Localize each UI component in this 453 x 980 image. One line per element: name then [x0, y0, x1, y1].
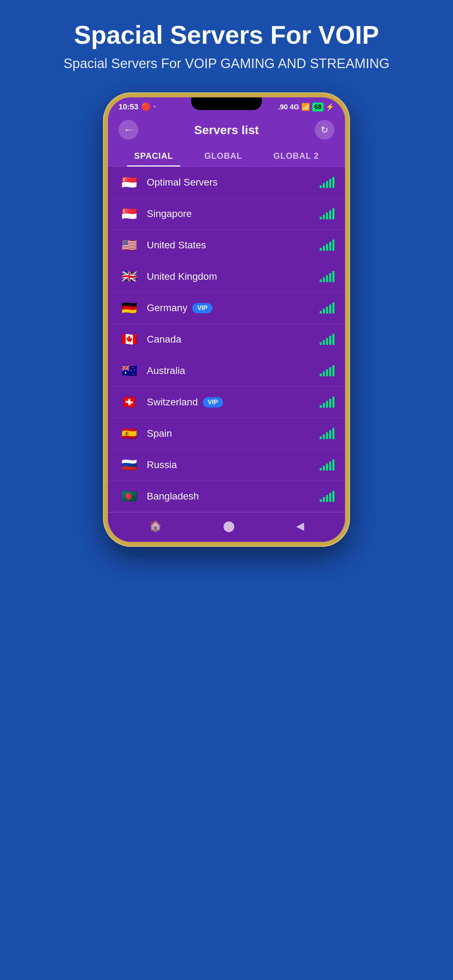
bottom-nav-center[interactable]: ⬤	[223, 520, 235, 532]
list-item[interactable]: 🇨🇦 Canada	[108, 324, 345, 355]
tab-spacial[interactable]: SPACIAL	[127, 145, 180, 167]
app-header: ← Servers list ↻	[108, 114, 345, 145]
signal-icon: 📶	[301, 103, 310, 111]
phone-screen: 10:53 🔴 · .90 4G 📶 68 ⚡ ←	[108, 97, 345, 542]
flag-icon: 🇸🇬	[119, 207, 140, 221]
server-name: Singapore	[147, 208, 313, 220]
server-list: 🇸🇬 Optimal Servers 🇸🇬	[108, 167, 345, 512]
page-header: Spacial Servers For VOIP Spacial Servers…	[0, 0, 453, 82]
tabs-container: SPACIAL GLOBAL GLOBAL 2	[108, 145, 345, 167]
status-bar-left: 10:53 🔴 ·	[119, 102, 156, 111]
page-subtitle: Spacial Servers For VOIP GAMING AND STRE…	[14, 56, 439, 71]
status-emoji: 🔴	[141, 102, 151, 111]
app-title: Servers list	[194, 123, 259, 137]
page-title: Spacial Servers For VOIP	[14, 21, 439, 49]
server-name: Switzerland VIP	[147, 396, 313, 408]
flag-icon: 🇦🇺	[119, 364, 140, 378]
signal-bars	[319, 491, 334, 502]
signal-bars	[319, 396, 334, 408]
server-name: Bangladesh	[147, 491, 313, 502]
server-name: United States	[147, 240, 313, 251]
flag-icon: 🇺🇸	[119, 238, 140, 252]
home-icon: 🏠	[149, 520, 162, 532]
notch	[191, 97, 262, 110]
server-name: Spain	[147, 428, 313, 439]
charging-icon: ⚡	[326, 103, 334, 111]
flag-icon: 🇷🇺	[119, 458, 140, 472]
vip-badge: VIP	[203, 397, 223, 407]
list-item[interactable]: 🇪🇸 Spain	[108, 418, 345, 449]
signal-bars	[319, 428, 334, 439]
flag-icon: 🇨🇭	[119, 395, 140, 409]
vip-badge: VIP	[192, 303, 212, 313]
signal-bars	[319, 302, 334, 313]
list-item[interactable]: 🇧🇩 Bangladesh	[108, 481, 345, 512]
back-icon: ←	[124, 124, 134, 135]
signal-bars	[319, 334, 334, 345]
signal-bars	[319, 271, 334, 282]
server-name: Canada	[147, 334, 313, 345]
signal-bars	[319, 177, 334, 188]
list-item[interactable]: 🇸🇬 Singapore	[108, 198, 345, 230]
bottom-nav-home[interactable]: 🏠	[149, 520, 162, 532]
network-info: .90 4G	[278, 103, 299, 111]
list-item[interactable]: 🇷🇺 Russia	[108, 449, 345, 481]
flag-icon: 🇪🇸	[119, 426, 140, 441]
phone-wrapper: 10:53 🔴 · .90 4G 📶 68 ⚡ ←	[103, 92, 350, 547]
flag-icon: 🇧🇩	[119, 489, 140, 503]
flag-icon: 🇸🇬	[119, 175, 140, 189]
tab-global[interactable]: GLOBAL	[197, 145, 249, 167]
status-dot: ·	[153, 102, 156, 111]
list-item[interactable]: 🇩🇪 Germany VIP	[108, 293, 345, 324]
bottom-nav-back[interactable]: ◀	[296, 520, 304, 532]
refresh-button[interactable]: ↻	[315, 120, 334, 140]
list-item[interactable]: 🇦🇺 Australia	[108, 355, 345, 387]
flag-icon: 🇩🇪	[119, 301, 140, 315]
server-name: United Kingdom	[147, 271, 313, 282]
list-item[interactable]: 🇨🇭 Switzerland VIP	[108, 387, 345, 418]
signal-bars	[319, 240, 334, 251]
nav-back-icon: ◀	[296, 520, 304, 532]
signal-bars	[319, 208, 334, 220]
list-item[interactable]: 🇬🇧 United Kingdom	[108, 261, 345, 293]
server-name: Russia	[147, 459, 313, 471]
server-name: Australia	[147, 365, 313, 376]
refresh-icon: ↻	[321, 124, 329, 135]
center-icon: ⬤	[223, 520, 235, 532]
list-item[interactable]: 🇺🇸 United States	[108, 230, 345, 261]
server-name: Optimal Servers	[147, 177, 313, 188]
back-button[interactable]: ←	[119, 120, 138, 140]
tab-global2[interactable]: GLOBAL 2	[266, 145, 326, 167]
status-bar-right: .90 4G 📶 68 ⚡	[278, 103, 334, 111]
server-name: Germany VIP	[147, 302, 313, 313]
flag-icon: 🇬🇧	[119, 269, 140, 284]
list-item[interactable]: 🇸🇬 Optimal Servers	[108, 167, 345, 198]
signal-bars	[319, 365, 334, 376]
signal-bars	[319, 459, 334, 471]
status-time: 10:53	[119, 102, 138, 111]
bottom-nav: 🏠 ⬤ ◀	[108, 512, 345, 542]
flag-icon: 🇨🇦	[119, 332, 140, 347]
battery-badge: 68	[312, 103, 324, 111]
phone-frame: 10:53 🔴 · .90 4G 📶 68 ⚡ ←	[103, 92, 350, 547]
